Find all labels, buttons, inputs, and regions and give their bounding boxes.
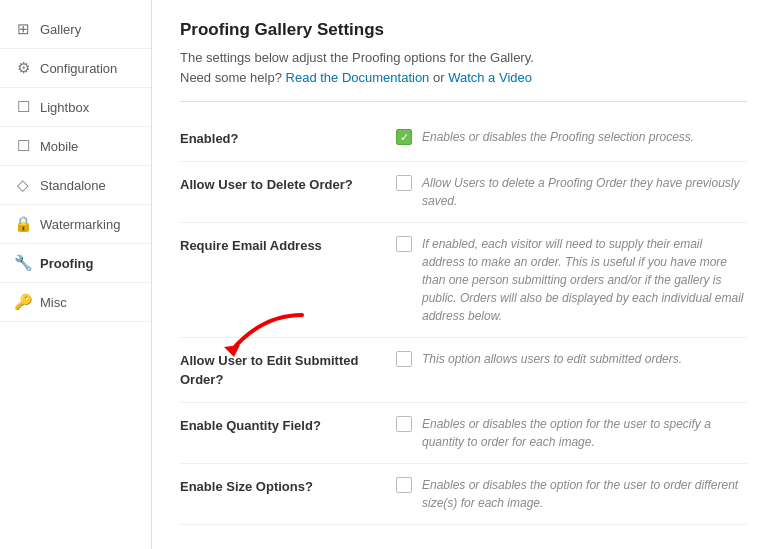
description-line1: The settings below adjust the Proofing o…: [180, 50, 534, 65]
page-description: The settings below adjust the Proofing o…: [180, 48, 747, 87]
gallery-icon: ⊞: [14, 20, 32, 38]
setting-label-quantity-field: Enable Quantity Field?: [180, 415, 380, 436]
checkbox-unchecked-allow-edit: [396, 351, 412, 367]
sidebar-item-mobile[interactable]: ☐Mobile: [0, 127, 151, 166]
sidebar-item-configuration[interactable]: ⚙Configuration: [0, 49, 151, 88]
setting-control-require-email: If enabled, each visitor will need to su…: [396, 235, 747, 325]
checkbox-size-options[interactable]: [396, 477, 412, 493]
sidebar-item-watermarking[interactable]: 🔒Watermarking: [0, 205, 151, 244]
checkbox-unchecked-quantity-field: [396, 416, 412, 432]
sidebar-item-label-configuration: Configuration: [40, 61, 117, 76]
setting-description-size-options: Enables or disables the option for the u…: [422, 476, 747, 512]
setting-description-allow-delete: Allow Users to delete a Proofing Order t…: [422, 174, 747, 210]
help-text: Need some help?: [180, 70, 282, 85]
sidebar-item-misc[interactable]: 🔑Misc: [0, 283, 151, 322]
checkbox-require-email[interactable]: [396, 236, 412, 252]
page-title: Proofing Gallery Settings: [180, 20, 747, 40]
settings-list: Enabled?✓Enables or disables the Proofin…: [180, 116, 747, 525]
sidebar-item-label-watermarking: Watermarking: [40, 217, 120, 232]
checkbox-enabled[interactable]: ✓: [396, 129, 412, 145]
sidebar-item-label-standalone: Standalone: [40, 178, 106, 193]
setting-control-allow-delete: Allow Users to delete a Proofing Order t…: [396, 174, 747, 210]
checkbox-unchecked-size-options: [396, 477, 412, 493]
sidebar-item-gallery[interactable]: ⊞Gallery: [0, 10, 151, 49]
setting-label-require-email: Require Email Address: [180, 235, 380, 256]
sidebar-item-standalone[interactable]: ◇Standalone: [0, 166, 151, 205]
sidebar-item-label-lightbox: Lightbox: [40, 100, 89, 115]
setting-row-allow-delete: Allow User to Delete Order?Allow Users t…: [180, 162, 747, 223]
setting-label-enabled: Enabled?: [180, 128, 380, 149]
setting-label-allow-edit: Allow User to Edit Submitted Order?: [180, 350, 380, 390]
sidebar-item-lightbox[interactable]: ☐Lightbox: [0, 88, 151, 127]
setting-description-enabled: Enables or disables the Proofing selecti…: [422, 128, 747, 146]
proofing-icon: 🔧: [14, 254, 32, 272]
sidebar-item-label-misc: Misc: [40, 295, 67, 310]
watermarking-icon: 🔒: [14, 215, 32, 233]
lightbox-icon: ☐: [14, 98, 32, 116]
setting-row-require-email: Require Email AddressIf enabled, each vi…: [180, 223, 747, 338]
checkbox-checked-enabled: ✓: [396, 129, 412, 145]
sidebar-item-label-proofing: Proofing: [40, 256, 93, 271]
setting-label-size-options: Enable Size Options?: [180, 476, 380, 497]
divider: [180, 101, 747, 102]
setting-control-allow-edit: This option allows users to edit submitt…: [396, 350, 747, 368]
configuration-icon: ⚙: [14, 59, 32, 77]
setting-row-allow-edit: Allow User to Edit Submitted Order?This …: [180, 338, 747, 403]
setting-control-quantity-field: Enables or disables the option for the u…: [396, 415, 747, 451]
setting-row-enabled: Enabled?✓Enables or disables the Proofin…: [180, 116, 747, 162]
mobile-icon: ☐: [14, 137, 32, 155]
checkbox-allow-delete[interactable]: [396, 175, 412, 191]
setting-description-require-email: If enabled, each visitor will need to su…: [422, 235, 747, 325]
standalone-icon: ◇: [14, 176, 32, 194]
sidebar-item-label-mobile: Mobile: [40, 139, 78, 154]
sidebar: ⊞Gallery⚙Configuration☐Lightbox☐Mobile◇S…: [0, 0, 152, 549]
checkbox-unchecked-require-email: [396, 236, 412, 252]
sidebar-item-proofing[interactable]: 🔧Proofing: [0, 244, 151, 283]
setting-row-quantity-field: Enable Quantity Field?Enables or disable…: [180, 403, 747, 464]
checkbox-allow-edit[interactable]: [396, 351, 412, 367]
sidebar-item-label-gallery: Gallery: [40, 22, 81, 37]
setting-control-enabled: ✓Enables or disables the Proofing select…: [396, 128, 747, 146]
checkbox-unchecked-allow-delete: [396, 175, 412, 191]
main-content: Proofing Gallery Settings The settings b…: [152, 0, 775, 545]
watch-video-link[interactable]: Watch a Video: [448, 70, 532, 85]
setting-label-allow-delete: Allow User to Delete Order?: [180, 174, 380, 195]
read-docs-link[interactable]: Read the Documentation: [286, 70, 430, 85]
checkbox-quantity-field[interactable]: [396, 416, 412, 432]
setting-description-allow-edit: This option allows users to edit submitt…: [422, 350, 747, 368]
setting-description-quantity-field: Enables or disables the option for the u…: [422, 415, 747, 451]
setting-row-size-options: Enable Size Options?Enables or disables …: [180, 464, 747, 525]
setting-control-size-options: Enables or disables the option for the u…: [396, 476, 747, 512]
misc-icon: 🔑: [14, 293, 32, 311]
